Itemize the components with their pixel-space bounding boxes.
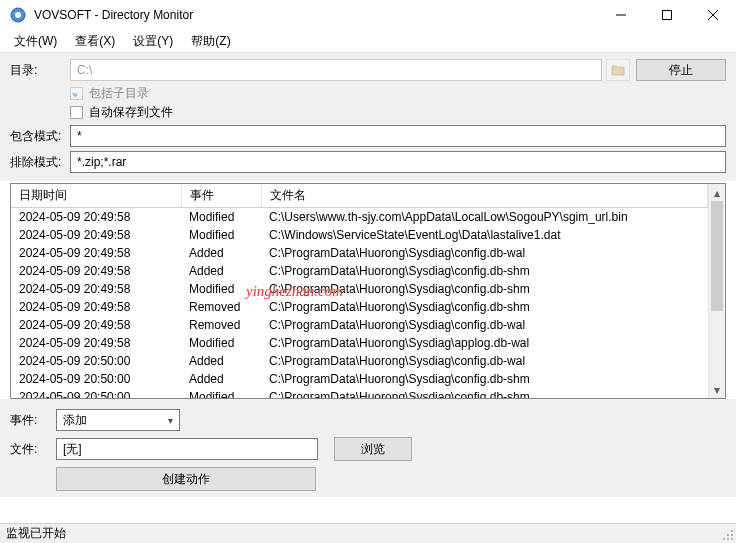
- vertical-scrollbar[interactable]: ▴ ▾: [708, 184, 725, 398]
- log-cell-filename: C:\ProgramData\Huorong\Sysdiag\config.db…: [261, 298, 708, 316]
- menu-help[interactable]: 帮助(Z): [183, 31, 238, 52]
- table-row[interactable]: 2024-05-09 20:49:58ModifiedC:\Users\www.…: [11, 208, 708, 227]
- log-cell-filename: C:\ProgramData\Huorong\Sysdiag\config.db…: [261, 262, 708, 280]
- log-cell-filename: C:\ProgramData\Huorong\Sysdiag\config.db…: [261, 244, 708, 262]
- log-cell-datetime: 2024-05-09 20:49:58: [11, 298, 181, 316]
- include-pattern-input[interactable]: *: [70, 125, 726, 147]
- svg-rect-3: [663, 10, 672, 19]
- log-cell-filename: C:\ProgramData\Huorong\Sysdiag\config.db…: [261, 352, 708, 370]
- folder-icon: [611, 64, 625, 76]
- stop-button[interactable]: 停止: [636, 59, 726, 81]
- log-cell-filename: C:\ProgramData\Huorong\Sysdiag\applog.db…: [261, 334, 708, 352]
- log-cell-datetime: 2024-05-09 20:49:58: [11, 262, 181, 280]
- include-pattern-label: 包含模式:: [10, 128, 70, 145]
- status-text: 监视已开始: [6, 525, 66, 542]
- svg-point-9: [723, 538, 725, 540]
- table-row[interactable]: 2024-05-09 20:49:58RemovedC:\ProgramData…: [11, 298, 708, 316]
- log-cell-event: Modified: [181, 226, 261, 244]
- minimize-button[interactable]: [598, 0, 644, 30]
- titlebar: VOVSOFT - Directory Monitor: [0, 0, 736, 30]
- autosave-label: 自动保存到文件: [89, 104, 173, 121]
- scroll-up-icon[interactable]: ▴: [709, 184, 725, 201]
- log-cell-datetime: 2024-05-09 20:49:58: [11, 280, 181, 298]
- log-cell-event: Added: [181, 370, 261, 388]
- table-row[interactable]: 2024-05-09 20:50:00AddedC:\ProgramData\H…: [11, 370, 708, 388]
- log-cell-datetime: 2024-05-09 20:49:58: [11, 316, 181, 334]
- autosave-checkbox[interactable]: [70, 106, 83, 119]
- options-panel: 目录: C:\ 停止 包括子目录 自动保存到文件 包含模式: * 排除模式: *…: [0, 52, 736, 181]
- log-cell-event: Added: [181, 244, 261, 262]
- event-label: 事件:: [10, 412, 56, 429]
- log-cell-event: Modified: [181, 388, 261, 398]
- app-icon: [10, 7, 26, 23]
- table-row[interactable]: 2024-05-09 20:50:00AddedC:\ProgramData\H…: [11, 352, 708, 370]
- svg-point-8: [731, 534, 733, 536]
- browse-folder-button[interactable]: [606, 59, 630, 81]
- action-panel: 事件: 添加 ▾ 文件: [无] 浏览 创建动作: [0, 399, 736, 497]
- log-cell-datetime: 2024-05-09 20:50:00: [11, 370, 181, 388]
- svg-point-6: [731, 530, 733, 532]
- scroll-down-icon[interactable]: ▾: [709, 381, 725, 398]
- log-cell-event: Removed: [181, 316, 261, 334]
- browse-button[interactable]: 浏览: [334, 437, 412, 461]
- log-cell-filename: C:\ProgramData\Huorong\Sysdiag\config.db…: [261, 370, 708, 388]
- table-row[interactable]: 2024-05-09 20:49:58AddedC:\ProgramData\H…: [11, 262, 708, 280]
- directory-input[interactable]: C:\: [70, 59, 602, 81]
- log-table[interactable]: 日期时间 事件 文件名 2024-05-09 20:49:58ModifiedC…: [11, 184, 708, 398]
- create-action-button[interactable]: 创建动作: [56, 467, 316, 491]
- maximize-button[interactable]: [644, 0, 690, 30]
- statusbar: 监视已开始: [0, 523, 736, 543]
- log-header-datetime[interactable]: 日期时间: [11, 184, 181, 208]
- log-cell-event: Modified: [181, 334, 261, 352]
- table-row[interactable]: 2024-05-09 20:50:00ModifiedC:\ProgramDat…: [11, 388, 708, 398]
- log-cell-event: Added: [181, 262, 261, 280]
- log-cell-filename: C:\ProgramData\Huorong\Sysdiag\config.db…: [261, 316, 708, 334]
- log-cell-filename: C:\ProgramData\Huorong\Sysdiag\config.db…: [261, 280, 708, 298]
- svg-point-7: [727, 534, 729, 536]
- log-cell-filename: C:\Users\www.th-sjy.com\AppData\LocalLow…: [261, 208, 708, 227]
- menu-settings[interactable]: 设置(Y): [125, 31, 181, 52]
- log-cell-datetime: 2024-05-09 20:50:00: [11, 352, 181, 370]
- svg-point-10: [727, 538, 729, 540]
- log-cell-datetime: 2024-05-09 20:49:58: [11, 334, 181, 352]
- log-cell-event: Modified: [181, 208, 261, 227]
- log-cell-event: Modified: [181, 280, 261, 298]
- scrollbar-thumb[interactable]: [711, 201, 723, 311]
- log-cell-datetime: 2024-05-09 20:50:00: [11, 388, 181, 398]
- log-cell-datetime: 2024-05-09 20:49:58: [11, 244, 181, 262]
- file-label: 文件:: [10, 441, 56, 458]
- menu-view[interactable]: 查看(X): [67, 31, 123, 52]
- log-panel: 日期时间 事件 文件名 2024-05-09 20:49:58ModifiedC…: [10, 183, 726, 399]
- log-header-filename[interactable]: 文件名: [261, 184, 708, 208]
- log-cell-datetime: 2024-05-09 20:49:58: [11, 226, 181, 244]
- include-subfolders-checkbox[interactable]: [70, 87, 83, 100]
- include-subfolders-label: 包括子目录: [89, 85, 149, 102]
- log-cell-event: Added: [181, 352, 261, 370]
- table-row[interactable]: 2024-05-09 20:49:58ModifiedC:\ProgramDat…: [11, 280, 708, 298]
- log-cell-datetime: 2024-05-09 20:49:58: [11, 208, 181, 227]
- log-cell-filename: C:\Windows\ServiceState\EventLog\Data\la…: [261, 226, 708, 244]
- file-input[interactable]: [无]: [56, 438, 318, 460]
- exclude-pattern-input[interactable]: *.zip;*.rar: [70, 151, 726, 173]
- table-row[interactable]: 2024-05-09 20:49:58ModifiedC:\Windows\Se…: [11, 226, 708, 244]
- table-row[interactable]: 2024-05-09 20:49:58ModifiedC:\ProgramDat…: [11, 334, 708, 352]
- table-row[interactable]: 2024-05-09 20:49:58RemovedC:\ProgramData…: [11, 316, 708, 334]
- table-row[interactable]: 2024-05-09 20:49:58AddedC:\ProgramData\H…: [11, 244, 708, 262]
- window-title: VOVSOFT - Directory Monitor: [34, 8, 193, 22]
- log-cell-filename: C:\ProgramData\Huorong\Sysdiag\config.db…: [261, 388, 708, 398]
- log-cell-event: Removed: [181, 298, 261, 316]
- log-header-event[interactable]: 事件: [181, 184, 261, 208]
- exclude-pattern-label: 排除模式:: [10, 154, 70, 171]
- resize-grip-icon[interactable]: [722, 529, 734, 541]
- svg-point-1: [15, 12, 21, 18]
- close-button[interactable]: [690, 0, 736, 30]
- svg-point-11: [731, 538, 733, 540]
- event-combobox-value: 添加: [63, 412, 87, 429]
- event-combobox[interactable]: 添加 ▾: [56, 409, 180, 431]
- menubar: 文件(W) 查看(X) 设置(Y) 帮助(Z): [0, 30, 736, 52]
- menu-file[interactable]: 文件(W): [6, 31, 65, 52]
- chevron-down-icon: ▾: [168, 415, 173, 426]
- directory-label: 目录:: [10, 62, 70, 79]
